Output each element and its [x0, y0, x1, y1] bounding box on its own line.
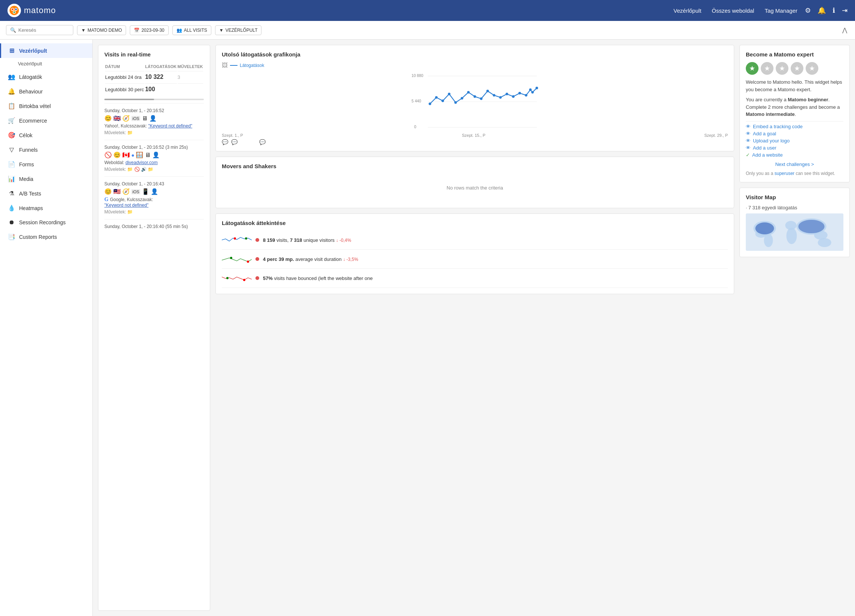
dashboard-selector[interactable]: ▼ VEZÉRLŐPULT: [215, 25, 262, 35]
segment-selector[interactable]: 👥 ALL VISITS: [172, 25, 211, 35]
stat-dot-down2: [256, 257, 259, 261]
device-icon: 🖥: [145, 152, 151, 159]
flag-icon: 🇨🇦: [122, 151, 130, 159]
right-column: Become a Matomo expert ★ ★ ★ ★ ★ Welcome…: [739, 45, 850, 611]
browser-icon: 🧭: [122, 188, 130, 195]
block-icon: 🚫: [104, 151, 112, 159]
logout-icon[interactable]: ⇥: [842, 6, 847, 15]
realtime-card: Visits in real-time DÁTUM LÁTOGATÁSOK MŰ…: [98, 45, 210, 611]
svg-point-29: [529, 89, 532, 91]
bell-icon[interactable]: 🔔: [818, 6, 826, 15]
grid-icon: ⊞: [8, 47, 15, 54]
expert-intro: Welcome to Matomo hello. This widget hel…: [746, 78, 843, 93]
svg-point-14: [435, 96, 438, 99]
flag-icon: 🇬🇧: [113, 115, 121, 122]
flag-icon: 🇲🇾: [113, 188, 121, 195]
session-entry: Sunday, October 1, - 20:16:52 😊 🇬🇧 🧭 iOS…: [104, 103, 204, 140]
latogatas-title: Látogatások áttekintése: [222, 220, 728, 226]
sparkline-1: [222, 234, 252, 246]
user-icon: 👤: [149, 115, 157, 122]
sidebar: ⊞ Vezérlőpult Vezérlőpult 👥 Látogatók 🔔 …: [0, 40, 93, 616]
sidebar-item-forms[interactable]: 📄 Forms: [0, 157, 92, 171]
folder-icon2: 📁: [148, 167, 153, 172]
comment-icon-2[interactable]: 💬: [231, 139, 238, 145]
svg-point-22: [486, 90, 489, 92]
add-user-link[interactable]: 👁 Add a user: [746, 145, 843, 151]
sidebar-item-latogatok[interactable]: 👥 Látogatók: [0, 70, 92, 84]
folder-icon: 📁: [127, 209, 133, 214]
svg-point-20: [473, 95, 476, 98]
sidebar-item-ecommerce[interactable]: 🛒 Ecommerce: [0, 113, 92, 128]
svg-point-15: [441, 99, 444, 102]
info-icon[interactable]: ℹ: [832, 6, 835, 15]
movers-empty: No rows match the criteria: [222, 174, 728, 202]
svg-point-26: [512, 95, 515, 98]
block-icon2: 🚫: [134, 167, 140, 172]
search-box[interactable]: 🔍: [6, 25, 73, 35]
sidebar-item-funnels[interactable]: ▽ Funnels: [0, 142, 92, 157]
chart-area: 10 880 5 440 0: [222, 72, 728, 131]
stat-text-visits: 8 159 visits, 7 318 unique visitors ↓ -0…: [263, 237, 351, 243]
session-time: Sunday, October 1, - 20:16:40 (55 min 5s…: [104, 224, 204, 229]
comment-icon-1[interactable]: 💬: [222, 139, 228, 145]
star-1: ★: [746, 62, 758, 75]
graph-legend: 🖼 Látogatások: [222, 62, 728, 69]
svg-point-32: [234, 237, 236, 240]
keyword-link[interactable]: "Keyword not defined": [104, 203, 149, 208]
website-link[interactable]: diveadvisor.com: [125, 160, 158, 165]
sidebar-item-custom-reports[interactable]: 📑 Custom Reports: [0, 229, 92, 244]
svg-point-47: [755, 222, 774, 234]
sidebar-item-vezerlőpult[interactable]: ⊞ Vezérlőpult: [0, 43, 92, 58]
upload-logo-link[interactable]: 👁 Upload your logo: [746, 138, 843, 144]
collapse-toolbar-button[interactable]: ⋀: [840, 24, 849, 35]
comment-icon-3[interactable]: 💬: [259, 139, 265, 145]
session-icons: 😊 🇬🇧 🧭 iOS 🖥 👤: [104, 115, 204, 122]
stat-row: 57% visits have bounced (left the websit…: [222, 269, 728, 288]
topnav-vezerlőpult[interactable]: Vezérlőpult: [674, 8, 701, 14]
keyword-link[interactable]: "Keyword not defined": [148, 123, 192, 128]
graph-card: Utolsó látogatások grafikonja 🖼 Látogatá…: [215, 45, 734, 151]
session-time: Sunday, October 1, - 20:16:43: [104, 181, 204, 186]
sidebar-item-session-recordings[interactable]: ⏺ Session Recordings: [0, 215, 92, 229]
map-svg: [746, 213, 843, 251]
sidebar-subitem-vezerlőpult[interactable]: Vezérlőpult: [0, 58, 92, 70]
divider: [746, 121, 843, 121]
sidebar-item-birtokban[interactable]: 📋 Birtokba vétel: [0, 99, 92, 113]
session-source: Weboldal: diveadvisor.com: [104, 160, 204, 165]
visitors-icon: 👥: [8, 73, 15, 80]
date-selector[interactable]: 📅 2023-09-30: [130, 25, 168, 35]
world-map: [746, 213, 843, 251]
gear-icon[interactable]: ⚙: [805, 6, 811, 15]
sidebar-item-celok[interactable]: 🎯 Célok: [0, 128, 92, 142]
search-input[interactable]: [18, 27, 67, 33]
heatmaps-icon: 💧: [8, 205, 15, 212]
svg-point-43: [786, 228, 797, 244]
svg-text:5 440: 5 440: [411, 99, 421, 103]
sidebar-item-media[interactable]: 📊 Media: [0, 171, 92, 186]
add-website-link[interactable]: ✓ Add a website: [746, 152, 843, 158]
recordings-icon: ⏺: [8, 219, 15, 226]
sidebar-item-abtests[interactable]: ⚗ A/B Tests: [0, 186, 92, 201]
site-selector[interactable]: ▼ MATOMO DEMO: [77, 25, 126, 35]
chart-labels: Szept. 1., P Szept. 15., P Szept. 29., P: [222, 133, 728, 138]
sidebar-item-heatmaps[interactable]: 💧 Heatmaps: [0, 201, 92, 215]
embed-tracking-link[interactable]: 👁 Embed a tracking code: [746, 124, 843, 129]
eye-icon4: 👁: [746, 145, 751, 151]
next-challenges-link[interactable]: Next challenges >: [775, 162, 814, 167]
add-goal-link[interactable]: 👁 Add a goal: [746, 131, 843, 136]
col-datum: DÁTUM: [105, 63, 144, 70]
col-latogatasok: LÁTOGATÁSOK: [145, 63, 177, 70]
session-action: Műveletek: 📁 🚫 🔊 📁: [104, 167, 204, 172]
svg-point-13: [429, 102, 431, 105]
stat-dot-down: [256, 238, 259, 242]
sidebar-item-behaviour[interactable]: 🔔 Behaviour: [0, 84, 92, 99]
superuser-link[interactable]: superuser: [775, 171, 794, 176]
svg-point-33: [245, 237, 247, 240]
horizontal-scrollbar[interactable]: [104, 99, 204, 100]
media-icon: 📊: [8, 175, 15, 182]
svg-point-37: [243, 279, 245, 281]
topnav-tag-manager[interactable]: Tag Manager: [765, 8, 797, 14]
topnav-osszes-weboldal[interactable]: Összes weboldal: [712, 8, 754, 14]
custom-reports-icon: 📑: [8, 233, 15, 240]
visitor-map-title: Visitor Map: [746, 194, 843, 200]
